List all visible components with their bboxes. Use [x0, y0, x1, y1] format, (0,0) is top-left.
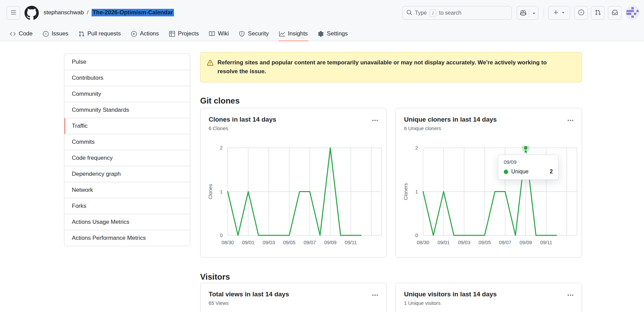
total-views-card: Total views in last 14 days 65 Views [200, 283, 387, 312]
inbox-icon [612, 10, 618, 16]
sidebar-item-label: Code frequency [72, 155, 113, 161]
breadcrumb-owner[interactable]: stephanschwab [44, 9, 84, 16]
tab-settings[interactable]: Settings [313, 26, 353, 41]
sidebar-item-label: Commits [72, 139, 95, 145]
unique-visitors-card: Unique visitors in last 14 days 1 Unique… [396, 283, 582, 312]
book-icon [209, 31, 215, 37]
y-tick-label: 1 [220, 189, 223, 194]
breadcrumb-separator: / [87, 9, 88, 16]
sidebar-item-dependency-graph[interactable]: Dependency graph [64, 166, 190, 182]
sidebar-item-forks[interactable]: Forks [64, 198, 190, 214]
kebab-menu-button[interactable] [369, 116, 381, 125]
kebab-menu-button[interactable] [565, 116, 576, 125]
sidebar-item-label: Forks [72, 203, 86, 209]
sidebar-item-network[interactable]: Network [64, 182, 190, 198]
y-tick-label: 0 [415, 233, 418, 238]
x-tick-label: 09/03 [262, 240, 275, 245]
create-new-button[interactable] [548, 6, 570, 20]
sidebar-item-label: Traffic [72, 123, 87, 129]
sidebar-item-code-frequency[interactable]: Code frequency [64, 150, 190, 166]
tab-insights[interactable]: Insights [274, 26, 313, 41]
x-tick-label: 09/09 [519, 240, 532, 245]
tab-wiki[interactable]: Wiki [204, 26, 234, 41]
table-icon [169, 31, 175, 37]
tab-label: Security [248, 30, 269, 37]
tab-label: Code [19, 30, 33, 37]
three-bars-icon [11, 10, 16, 16]
x-tick-label: 08/30 [417, 240, 429, 245]
header-divider [544, 9, 544, 17]
sidebar-item-actions-usage-metrics[interactable]: Actions Usage Metrics [64, 214, 190, 230]
code-icon [10, 31, 16, 37]
sidebar-item-commits[interactable]: Commits [64, 134, 190, 150]
card-subtitle: 6 Clones [209, 126, 386, 131]
x-tick-label: 09/07 [304, 240, 316, 245]
sidebar-item-actions-performance-metrics[interactable]: Actions Performance Metrics [64, 230, 190, 246]
insights-sidebar: PulseContributorsCommunityCommunity Stan… [64, 53, 190, 246]
sidebar-item-label: Contributors [72, 75, 103, 81]
kebab-menu-button[interactable] [369, 291, 381, 299]
y-tick-label: 2 [415, 146, 418, 151]
marker-dot-icon[interactable] [524, 146, 528, 150]
identicon [626, 6, 639, 19]
your-pull-requests-button[interactable] [591, 6, 605, 20]
x-tick-label: 09/01 [242, 240, 254, 245]
sidebar-item-label: Dependency graph [72, 171, 121, 177]
x-tick-label: 09/07 [499, 240, 511, 245]
card-title: Unique visitors in last 14 days [404, 291, 582, 298]
sidebar-item-community-standards[interactable]: Community Standards [64, 102, 190, 118]
tooltip-value: 2 [550, 169, 553, 175]
issue-opened-icon [43, 31, 49, 37]
tab-label: Insights [288, 30, 308, 37]
chart-tooltip: 09/09 Unique 2 [498, 155, 559, 180]
tab-projects[interactable]: Projects [164, 26, 204, 41]
warning-banner: Referring sites and popular content are … [200, 52, 582, 82]
line-chart-svg: 01208/3009/0109/0309/0509/0709/0909/11Cl… [200, 146, 387, 251]
clones-chart[interactable]: 01208/3009/0109/0309/0509/0709/0909/11Cl… [200, 146, 387, 251]
x-tick-label: 09/11 [540, 240, 552, 245]
y-tick-label: 0 [220, 233, 223, 238]
tab-issues[interactable]: Issues [38, 26, 74, 41]
chevron-down-icon [561, 10, 566, 16]
clones-card: Clones in last 14 days 6 Clones 01208/30… [200, 108, 387, 258]
tab-label: Wiki [218, 30, 229, 37]
hamburger-menu-button[interactable] [6, 6, 20, 20]
card-title: Unique cloners in last 14 days [404, 116, 582, 123]
tooltip-date: 09/09 [504, 159, 553, 165]
tab-security[interactable]: Security [234, 26, 274, 41]
sidebar-item-label: Pulse [72, 59, 86, 65]
copilot-button[interactable] [517, 6, 538, 20]
x-tick-label: 09/03 [458, 240, 470, 245]
tab-actions[interactable]: Actions [126, 26, 164, 41]
tab-pull-requests[interactable]: Pull requests [74, 26, 126, 41]
sidebar-item-label: Actions Performance Metrics [72, 235, 146, 241]
app-header: stephanschwab / The-2026-Optimism-Calend… [0, 0, 644, 41]
tab-label: Issues [52, 30, 68, 37]
tab-code[interactable]: Code [5, 26, 38, 41]
notifications-inbox-button[interactable] [608, 6, 622, 20]
play-icon [131, 31, 137, 37]
search-input[interactable]: Type / to search [402, 6, 512, 20]
breadcrumb: stephanschwab / The-2026-Optimism-Calend… [44, 9, 174, 16]
sidebar-item-contributors[interactable]: Contributors [64, 70, 190, 86]
warning-banner-text: Referring sites and popular content are … [218, 58, 558, 76]
x-tick-label: 08/30 [222, 240, 234, 245]
sidebar-item-pulse[interactable]: Pulse [64, 54, 190, 70]
github-logo[interactable] [25, 6, 39, 20]
tab-label: Projects [178, 30, 199, 37]
x-tick-label: 09/01 [437, 240, 450, 245]
your-issues-button[interactable] [574, 6, 588, 20]
slash-key-badge: / [430, 10, 436, 17]
visitors-heading: Visitors [200, 272, 230, 282]
search-placeholder-suffix: to search [439, 10, 462, 16]
chevron-down-icon[interactable] [529, 6, 538, 19]
sidebar-item-label: Actions Usage Metrics [72, 219, 129, 225]
card-subtitle: 6 Unique cloners [404, 126, 582, 131]
github-traffic-page: { "header": { "owner": "stephanschwab", … [0, 0, 644, 312]
breadcrumb-repo-selected[interactable]: The-2026-Optimism-Calendar [92, 9, 174, 16]
sidebar-item-community[interactable]: Community [64, 86, 190, 102]
sidebar-item-traffic[interactable]: Traffic [64, 118, 190, 134]
avatar[interactable] [626, 6, 639, 19]
search-placeholder-prefix: Type [415, 10, 427, 16]
kebab-menu-button[interactable] [565, 291, 576, 299]
